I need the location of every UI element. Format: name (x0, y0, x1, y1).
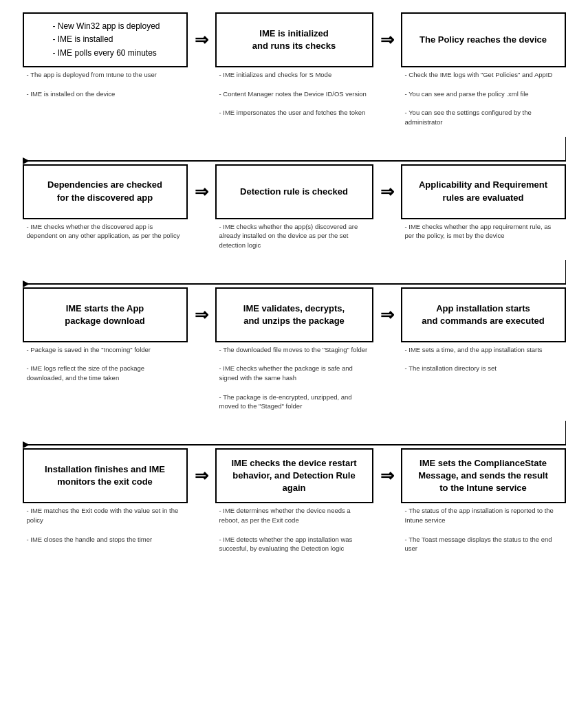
note-6: - IME checks whether the app requirement… (401, 219, 566, 253)
box-4: Dependencies are checkedfor the discover… (23, 164, 188, 219)
note-11: - IME determines whether the device need… (215, 503, 373, 556)
arrow-10-11: ⇒ (188, 448, 215, 503)
box-11: IME checks the device restartbehavior, a… (215, 448, 373, 503)
note-5: - IME checks whether the app(s) discover… (215, 219, 373, 253)
row-3-boxes: IME starts the Apppackage download ⇒ IME… (23, 287, 566, 342)
box-8: IME validates, decrypts,and unzips the p… (215, 287, 373, 342)
note-12: - The status of the app installation is … (401, 503, 566, 556)
row-3-notes: - Package is saved in the "Incoming" fol… (23, 342, 566, 414)
row-1-notes: - The app is deployed from Intune to the… (23, 67, 566, 130)
svg-marker-8 (23, 441, 30, 448)
row-2-notes: - IME checks whether the discovered app … (23, 219, 566, 253)
box-5: Detection rule is checked (215, 164, 373, 219)
arrow-7-8: ⇒ (188, 287, 215, 342)
l-connector-1 (23, 130, 566, 164)
l-connector-2 (23, 253, 566, 287)
l-connector-3 (23, 414, 566, 448)
row-1-boxes: - New Win32 app is deployed- IME is inst… (23, 12, 566, 67)
note-3: - Check the IME logs with "Get Policies"… (401, 67, 566, 130)
note-4: - IME checks whether the discovered app … (23, 219, 188, 253)
row-4-notes: - IME matches the Exit code with the val… (23, 503, 566, 556)
arrow-2-3: ⇒ (373, 12, 401, 67)
note-10: - IME matches the Exit code with the val… (23, 503, 188, 556)
arrow-4-5: ⇒ (188, 164, 215, 219)
row-4-boxes: Installation finishes and IMEmonitors th… (23, 448, 566, 503)
box-2: IME is initializedand runs its checks (215, 12, 373, 67)
note-2: - IME initializes and checks for S Mode … (215, 67, 373, 130)
box-9: App installation startsand commands are … (401, 287, 566, 342)
svg-marker-5 (23, 280, 30, 287)
note-7: - Package is saved in the "Incoming" fol… (23, 342, 188, 414)
row-2-boxes: Dependencies are checkedfor the discover… (23, 164, 566, 219)
note-9: - IME sets a time, and the app installat… (401, 342, 566, 414)
box-6: Applicability and Requirementrules are e… (401, 164, 566, 219)
box-12: IME sets the ComplianceStateMessage, and… (401, 448, 566, 503)
note-8: - The downloaded file moves to the "Stag… (215, 342, 373, 414)
arrow-11-12: ⇒ (373, 448, 401, 503)
arrow-5-6: ⇒ (373, 164, 401, 219)
box-7: IME starts the Apppackage download (23, 287, 188, 342)
note-1: - The app is deployed from Intune to the… (23, 67, 188, 130)
svg-marker-2 (23, 157, 30, 164)
box-1: - New Win32 app is deployed- IME is inst… (23, 12, 188, 67)
arrow-1-2: ⇒ (188, 12, 215, 67)
arrow-8-9: ⇒ (373, 287, 401, 342)
box-10: Installation finishes and IMEmonitors th… (23, 448, 188, 503)
box-3: The Policy reaches the device (401, 12, 566, 67)
diagram: - New Win32 app is deployed- IME is inst… (7, 7, 581, 562)
